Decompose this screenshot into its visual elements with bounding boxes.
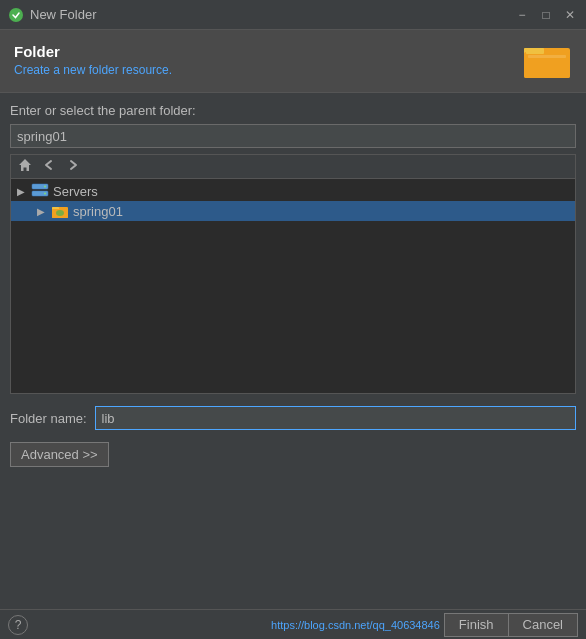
status-right: https://blog.csdn.net/qq_40634846 Finish… [271,613,578,637]
svg-point-9 [44,193,46,195]
spring01-icon [51,203,69,219]
header-title: Folder [14,43,172,60]
titlebar-left: New Folder [8,7,96,23]
tree-forward-button[interactable] [63,157,83,176]
window-title: New Folder [30,7,96,22]
titlebar: New Folder − □ ✕ [0,0,586,30]
parent-folder-label: Enter or select the parent folder: [10,103,576,118]
svg-point-13 [56,210,64,216]
tree-arrow-spring01: ▶ [37,206,51,217]
svg-rect-4 [526,50,544,54]
status-url: https://blog.csdn.net/qq_40634846 [271,619,440,631]
svg-rect-5 [528,55,566,58]
folder-icon-large [524,40,572,80]
parent-folder-input[interactable] [10,124,576,148]
tree-toolbar [11,155,575,179]
restore-button[interactable]: □ [538,7,554,23]
tree-item-spring01-label: spring01 [73,204,123,219]
back-icon [42,158,56,172]
status-bar: ? https://blog.csdn.net/qq_40634846 Fini… [0,609,586,639]
tree-container[interactable]: ▶ Servers ▶ [10,154,576,394]
svg-point-0 [9,8,23,22]
advanced-button[interactable]: Advanced >> [10,442,109,467]
content: Enter or select the parent folder: [0,93,586,467]
tree-item-servers[interactable]: ▶ Servers [11,181,575,201]
close-button[interactable]: ✕ [562,7,578,23]
folder-name-input[interactable] [95,406,576,430]
help-button[interactable]: ? [8,615,28,635]
tree-item-servers-label: Servers [53,184,98,199]
tree-arrow-servers: ▶ [17,186,31,197]
header-text: Folder Create a new folder resource. [14,43,172,77]
folder-name-label: Folder name: [10,411,87,426]
home-icon [18,158,32,172]
minimize-button[interactable]: − [514,7,530,23]
tree-items: ▶ Servers ▶ [11,179,575,223]
app-icon [8,7,24,23]
finish-button[interactable]: Finish [444,613,508,637]
forward-icon [66,158,80,172]
tree-item-spring01[interactable]: ▶ spring01 [11,201,575,221]
header-section: Folder Create a new folder resource. [0,30,586,93]
cancel-button[interactable]: Cancel [508,613,578,637]
tree-back-button[interactable] [39,157,59,176]
tree-home-button[interactable] [15,157,35,176]
header-subtitle: Create a new folder resource. [14,63,172,77]
folder-name-row: Folder name: [10,406,576,430]
titlebar-controls: − □ ✕ [514,7,578,23]
servers-icon [31,183,49,199]
svg-point-8 [44,186,46,188]
